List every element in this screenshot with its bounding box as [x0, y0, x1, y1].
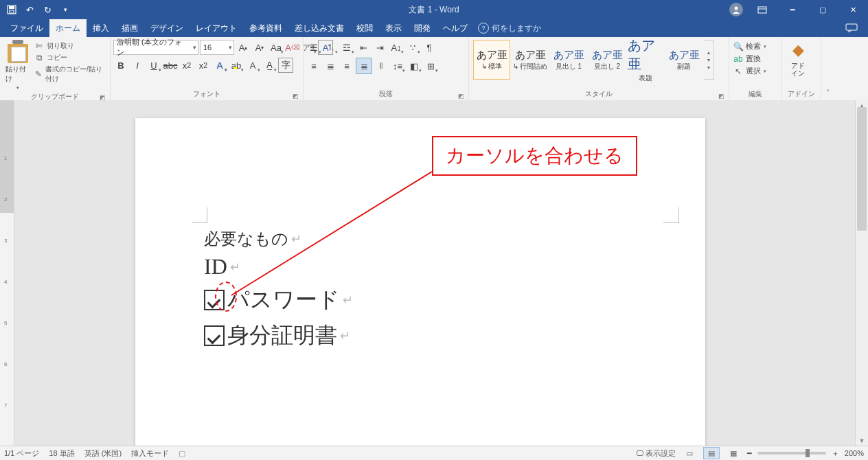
char-shading-button[interactable]: A̲ — [262, 58, 277, 73]
font-name-combo[interactable]: 游明朝 (本文のフォン — [113, 40, 198, 55]
tab-draw[interactable]: 描画 — [115, 19, 144, 37]
shading-button[interactable]: ◧ — [407, 58, 422, 73]
tab-help[interactable]: ヘルプ — [437, 19, 474, 37]
format-painter-button[interactable]: ✎書式のコピー/貼り付け — [34, 65, 106, 84]
status-word-count[interactable]: 18 単語 — [49, 448, 74, 459]
distribute-button[interactable]: ⫴ — [374, 58, 389, 73]
maximize-button[interactable]: ▢ — [808, 0, 838, 19]
styles-gallery[interactable]: あア亜↳ 標準 あア亜↳ 行間詰め あア亜見出し 1 あア亜見出し 2 あア亜表… — [472, 38, 716, 81]
addins-button[interactable]: ◆ アド イン — [785, 38, 811, 78]
tab-mailings[interactable]: 差し込み文書 — [288, 19, 350, 37]
style-heading1[interactable]: あア亜見出し 1 — [550, 40, 587, 80]
style-title[interactable]: あア亜表題 — [627, 40, 664, 80]
display-settings-button[interactable]: 🖵 表示設定 — [636, 448, 676, 459]
paste-button[interactable]: 貼り付け ▾ — [3, 38, 33, 92]
comments-icon[interactable] — [842, 21, 861, 35]
zoom-slider[interactable] — [757, 452, 826, 455]
scroll-down-button[interactable]: ▼ — [856, 435, 868, 446]
save-button[interactable] — [4, 2, 19, 17]
tell-me-search[interactable]: ? 何をしますか — [478, 23, 541, 34]
vertical-scrollbar[interactable]: ▲ ▼ — [855, 100, 868, 446]
replace-button[interactable]: ab置換 — [733, 54, 766, 64]
paragraph-launcher[interactable]: ◩ — [458, 93, 464, 100]
view-print-layout[interactable]: ▤ — [703, 447, 720, 459]
grow-font-button[interactable]: A▴ — [236, 40, 251, 55]
font-launcher[interactable]: ◩ — [293, 93, 299, 100]
view-read-mode[interactable]: ▭ — [681, 447, 698, 459]
change-case-button[interactable]: Aa — [269, 40, 284, 55]
strikethrough-button[interactable]: abc — [163, 58, 178, 73]
status-language[interactable]: 英語 (米国) — [84, 448, 122, 459]
zoom-slider-knob[interactable] — [806, 449, 810, 457]
increase-indent-button[interactable]: ⇥ — [372, 40, 387, 55]
tab-references[interactable]: 参考資料 — [243, 19, 288, 37]
doc-line4[interactable]: 身分証明書 — [227, 321, 337, 351]
copy-button[interactable]: ⧉コピー — [34, 53, 106, 62]
clear-format-button[interactable]: A⌫ — [285, 40, 300, 55]
style-heading2[interactable]: あア亜見出し 2 — [589, 40, 626, 80]
minimize-button[interactable]: ━ — [777, 0, 808, 19]
tab-insert[interactable]: 挿入 — [87, 19, 115, 37]
doc-line2[interactable]: ID — [204, 254, 227, 279]
doc-line1[interactable]: 必要なもの — [204, 228, 288, 250]
borders-button[interactable]: ⊞ — [423, 58, 438, 73]
page[interactable]: 必要なもの↵ ID↵ パスワード↵ 身分証明書↵ カーソルを合わせる — [135, 118, 705, 446]
justify-button[interactable]: ≣ — [356, 58, 372, 74]
text-direction-button[interactable]: A↕ — [389, 40, 404, 55]
status-insert-mode[interactable]: 挿入モード — [131, 448, 169, 459]
view-web-layout[interactable]: ▦ — [725, 447, 742, 459]
bullets-button[interactable]: ☰ — [306, 40, 321, 55]
font-size-combo[interactable]: 16 — [200, 40, 234, 55]
highlight-button[interactable]: ab — [229, 58, 244, 73]
multilevel-button[interactable]: ☲ — [339, 40, 354, 55]
decrease-indent-button[interactable]: ⇤ — [356, 40, 371, 55]
italic-button[interactable]: I — [130, 58, 145, 73]
font-color-button[interactable]: A — [245, 58, 260, 73]
cut-button[interactable]: ✄切り取り — [34, 41, 106, 51]
sort-button[interactable]: ∵ — [405, 40, 420, 55]
tab-view[interactable]: 表示 — [379, 19, 408, 37]
styles-launcher[interactable]: ◩ — [718, 93, 724, 100]
line-spacing-button[interactable]: ↕≡ — [390, 58, 405, 73]
find-button[interactable]: 🔍検索 ▾ — [733, 41, 766, 51]
shrink-font-button[interactable]: A▾ — [252, 40, 267, 55]
align-center-button[interactable]: ≣ — [323, 58, 338, 73]
vertical-ruler[interactable]: 1234567 — [0, 100, 14, 446]
zoom-in-button[interactable]: ＋ — [832, 448, 839, 459]
bold-button[interactable]: B — [113, 58, 128, 73]
close-button[interactable]: ✕ — [838, 0, 868, 19]
style-subtitle[interactable]: あア亜副題 — [665, 40, 703, 80]
underline-button[interactable]: U — [146, 58, 161, 73]
numbering-button[interactable]: ⒈ — [323, 40, 338, 55]
text-effects-button[interactable]: A — [212, 58, 227, 73]
user-account-icon[interactable] — [729, 3, 743, 16]
ribbon-display-options[interactable] — [747, 0, 777, 19]
status-page[interactable]: 1/1 ページ — [4, 448, 39, 459]
undo-button[interactable]: ↶ — [22, 2, 37, 17]
tab-developer[interactable]: 開発 — [408, 19, 437, 37]
tab-layout[interactable]: レイアウト — [190, 19, 243, 37]
tab-file[interactable]: ファイル — [4, 19, 49, 37]
zoom-out-button[interactable]: ━ — [747, 449, 752, 458]
char-border-button[interactable]: 字 — [278, 58, 293, 73]
collapse-ribbon-button[interactable]: ˄ — [821, 37, 835, 100]
macro-record-icon[interactable]: ▢ — [179, 449, 185, 458]
styles-more-button[interactable]: ▴▾▾ — [704, 40, 714, 80]
doc-line3[interactable]: パスワード — [227, 285, 340, 315]
superscript-button[interactable]: x2 — [196, 58, 211, 73]
align-right-button[interactable]: ≡ — [339, 58, 354, 73]
subscript-button[interactable]: x2 — [179, 58, 194, 73]
tab-design[interactable]: デザイン — [144, 19, 190, 37]
tab-home[interactable]: ホーム — [49, 19, 87, 37]
qat-customize[interactable]: ▾ — [58, 2, 73, 17]
align-left-button[interactable]: ≡ — [306, 58, 321, 73]
tab-review[interactable]: 校閲 — [350, 19, 379, 37]
show-marks-button[interactable]: ¶ — [422, 40, 437, 55]
redo-button[interactable]: ↻ — [40, 2, 55, 17]
style-normal[interactable]: あア亜↳ 標準 — [473, 40, 510, 80]
select-button[interactable]: ↖選択 ▾ — [733, 66, 766, 76]
document-scroll[interactable]: 必要なもの↵ ID↵ パスワード↵ 身分証明書↵ カーソルを合わせる — [14, 111, 855, 446]
zoom-level[interactable]: 200% — [845, 449, 864, 457]
scrollbar-thumb[interactable] — [857, 107, 867, 231]
style-no-spacing[interactable]: あア亜↳ 行間詰め — [512, 40, 549, 80]
